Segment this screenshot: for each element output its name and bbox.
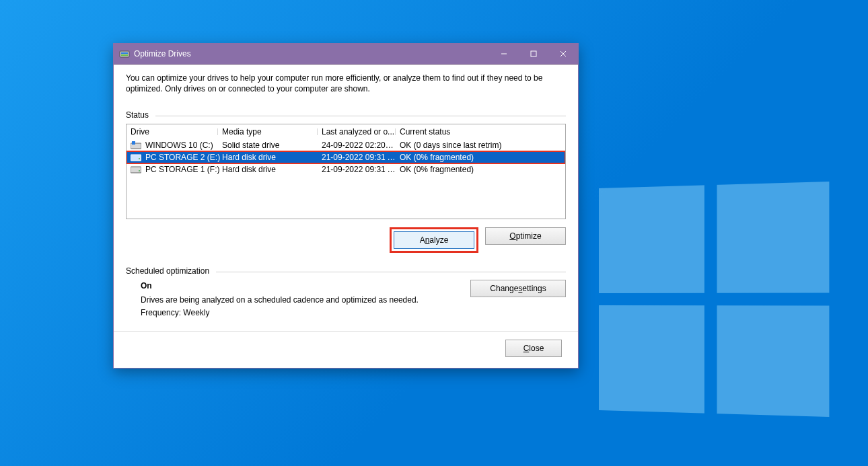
- col-last[interactable]: Last analyzed or o...: [322, 127, 400, 137]
- svg-rect-11: [131, 167, 141, 173]
- col-drive[interactable]: Drive: [131, 127, 222, 137]
- drive-last: 21-09-2022 09:31 A...: [322, 165, 400, 174]
- minimize-button[interactable]: [489, 44, 519, 64]
- drive-name: PC STORAGE 1 (F:): [131, 165, 222, 174]
- drive-last: 24-09-2022 02:20 P...: [322, 141, 400, 150]
- app-icon: [119, 48, 130, 59]
- drive-list-header[interactable]: Drive Media type Last analyzed or o... C…: [126, 124, 565, 139]
- drive-status: OK (0% fragmented): [400, 165, 561, 174]
- titlebar[interactable]: Optimize Drives: [114, 44, 578, 65]
- scheduled-freq: Frequency: Weekly: [141, 307, 419, 319]
- svg-rect-1: [121, 52, 128, 54]
- svg-rect-2: [121, 54, 128, 56]
- svg-rect-4: [531, 51, 536, 56]
- close-button[interactable]: [548, 44, 578, 64]
- optimize-button[interactable]: Optimize: [485, 227, 566, 245]
- drive-row[interactable]: PC STORAGE 1 (F:)Hard disk drive21-09-20…: [126, 163, 565, 176]
- windows-logo: [599, 182, 829, 417]
- drive-row[interactable]: WINDOWS 10 (C:)Solid state drive24-09-20…: [126, 139, 565, 151]
- intro-text: You can optimize your drives to help you…: [126, 73, 566, 94]
- change-settings-button[interactable]: Change settings: [470, 280, 566, 297]
- analyze-button[interactable]: Analyze: [394, 231, 474, 249]
- maximize-button[interactable]: [519, 44, 548, 64]
- svg-rect-9: [131, 155, 141, 161]
- optimize-drives-window: Optimize Drives You can optimize your dr…: [113, 43, 579, 368]
- drive-media: Solid state drive: [222, 141, 322, 150]
- drive-status: OK (0 days since last retrim): [400, 141, 561, 150]
- svg-point-12: [139, 170, 140, 171]
- drive-media: Hard disk drive: [222, 165, 322, 174]
- col-media[interactable]: Media type: [222, 127, 322, 137]
- drive-last: 21-09-2022 09:31 A...: [322, 153, 400, 162]
- scheduled-desc: Drives are being analyzed on a scheduled…: [141, 294, 419, 307]
- drive-name: WINDOWS 10 (C:): [131, 141, 222, 150]
- col-status[interactable]: Current status: [400, 127, 561, 137]
- window-title: Optimize Drives: [134, 49, 191, 59]
- close-dialog-button[interactable]: Close: [505, 340, 562, 357]
- drive-name: PC STORAGE 2 (E:): [131, 153, 222, 162]
- analyze-highlight: Analyze: [390, 227, 478, 253]
- scheduled-state: On: [141, 280, 419, 293]
- drive-row[interactable]: PC STORAGE 2 (E:)Hard disk drive21-09-20…: [126, 151, 565, 163]
- scheduled-heading: Scheduled optimization: [126, 266, 209, 276]
- svg-point-10: [139, 158, 140, 159]
- drive-status: OK (0% fragmented): [400, 153, 561, 162]
- svg-rect-8: [132, 141, 135, 145]
- drive-list[interactable]: Drive Media type Last analyzed or o... C…: [126, 124, 566, 219]
- divider: [155, 116, 566, 116]
- divider: [216, 272, 566, 272]
- svg-rect-0: [120, 51, 129, 57]
- drive-media: Hard disk drive: [222, 153, 322, 162]
- status-heading: Status: [126, 110, 149, 120]
